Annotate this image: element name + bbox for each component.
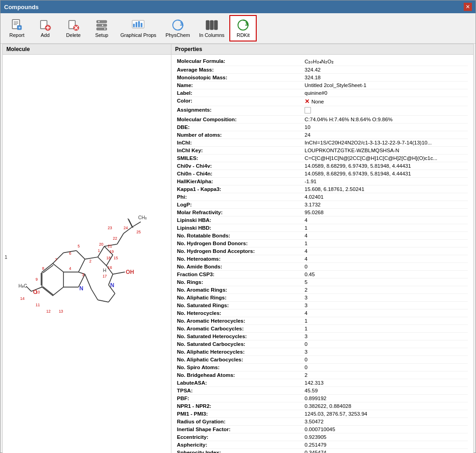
property-value: 4 — [305, 248, 468, 254]
property-row: Lipinski HBA:4 — [177, 216, 468, 224]
property-value — [305, 107, 468, 114]
property-label: No. Aromatic Carbocycles: — [177, 326, 305, 331]
report-button[interactable]: + Report — [3, 15, 31, 41]
property-row: NPR1 - NPR2:0.382622, 0.884028 — [177, 402, 468, 410]
property-label: Asphericity: — [177, 442, 305, 448]
rdkit-button[interactable]: RDKit — [229, 15, 257, 41]
property-label: No. Rotatable Bonds: — [177, 233, 305, 238]
property-value: 3.50472 — [305, 419, 468, 424]
svg-line-62 — [129, 219, 133, 228]
property-row: Molecular Composition:C:74.04% H:7.46% N… — [177, 116, 468, 124]
svg-rect-22 — [136, 22, 138, 27]
property-row: No. Hydrogen Bond Acceptors:4 — [177, 247, 468, 255]
property-label: No. Aromatic Rings: — [177, 287, 305, 293]
property-value: 324.42 — [305, 67, 468, 72]
svg-line-56 — [91, 289, 98, 300]
svg-point-19 — [104, 28, 106, 30]
property-label: Chi0n - Chi4n: — [177, 171, 305, 176]
property-value: 1245.03, 2876.57, 3253.94 — [305, 411, 468, 417]
property-label: Inertial Shape Factor: — [177, 427, 305, 432]
property-row: No. Amide Bonds:0 — [177, 263, 468, 271]
property-row: Fraction CSP3:0.45 — [177, 271, 468, 278]
property-value: 1 — [305, 326, 468, 331]
property-value: 0 — [305, 341, 468, 347]
properties-area[interactable]: Molecular Formula:C₂₀H₂₄N₂O₂Average Mass… — [171, 55, 473, 453]
property-row: No. Saturated Carbocycles:0 — [177, 340, 468, 348]
property-value: 95.0268 — [305, 210, 468, 215]
property-value: 324.18 — [305, 75, 468, 80]
svg-line-58 — [113, 272, 124, 274]
property-value: C₂₀H₂₄N₂O₂ — [305, 58, 468, 65]
property-label: No. Rings: — [177, 279, 305, 285]
svg-line-55 — [98, 300, 109, 302]
svg-rect-21 — [133, 24, 135, 27]
property-row: Molar Refractivity:95.0268 — [177, 209, 468, 216]
property-row: No. Heteroatoms:4 — [177, 255, 468, 263]
property-value: 14.0589, 8.68299, 6.97439, 5.81948, 4.44… — [305, 163, 468, 169]
property-label: No. Aliphatic Rings: — [177, 295, 305, 300]
property-value: 4 — [305, 217, 468, 223]
property-row: InChI Key:LOUPRKONTZGTKE-WZBLMQSHSA-N — [177, 147, 468, 154]
property-row: No. Hydrogen Bond Donors:1 — [177, 240, 468, 247]
add-button[interactable]: Add — [31, 15, 59, 41]
property-value: 14.0589, 8.68299, 6.97439, 5.81948, 4.44… — [305, 171, 468, 176]
property-row: TPSA:45.59 — [177, 387, 468, 395]
property-label: SMILES: — [177, 155, 305, 161]
property-value: 4 — [305, 310, 468, 316]
property-value: 3 — [305, 349, 468, 355]
graphical-props-button[interactable]: Graphical Props — [116, 15, 160, 41]
property-row: HallKierAlpha:-1.91 — [177, 178, 468, 185]
molecule-panel-header: Molecule — [3, 44, 171, 55]
property-label: HallKierAlpha: — [177, 179, 305, 184]
property-label: No. Spiro Atoms: — [177, 365, 305, 370]
svg-text:18: 18 — [106, 256, 111, 260]
molecule-structure: .bond { stroke: #333; stroke-width: 1.8;… — [12, 184, 162, 330]
graphical-props-label: Graphical Props — [120, 32, 156, 38]
property-row: Asphericity:0.251479 — [177, 441, 468, 449]
delete-icon — [67, 19, 80, 31]
svg-line-54 — [109, 293, 115, 302]
property-value: 0.251479 — [305, 442, 468, 448]
svg-line-36 — [76, 251, 85, 259]
setup-button[interactable]: Setup — [88, 15, 115, 41]
property-label: Number of atoms: — [177, 132, 305, 138]
svg-point-18 — [102, 25, 103, 26]
property-label: Name: — [177, 82, 305, 88]
svg-text:7: 7 — [55, 257, 57, 262]
property-value: quinine#0 — [305, 90, 468, 96]
delete-button[interactable]: Delete — [60, 15, 87, 41]
property-value: 4 — [305, 256, 468, 262]
property-label: LogP: — [177, 202, 305, 207]
property-row: Chi0n - Chi4n:14.0589, 8.68299, 6.97439,… — [177, 170, 468, 178]
svg-line-47 — [117, 233, 123, 244]
add-label: Add — [41, 32, 50, 38]
property-value: 2 — [305, 372, 468, 378]
property-row: SMILES:C=C[C@H]1C[N@]2CC[C@H]1C[C@H]2[C@… — [177, 154, 468, 162]
in-columns-button[interactable]: In Columns — [195, 15, 229, 41]
row-number: 1 — [5, 254, 7, 260]
property-label: InChI Key: — [177, 148, 305, 153]
property-label: No. Heteroatoms: — [177, 256, 305, 262]
svg-line-50 — [98, 257, 106, 266]
property-value: LOUPRKONTZGTKE-WZBLMQSHSA-N — [305, 148, 468, 153]
property-value: 5 — [305, 279, 468, 285]
property-label: No. Heterocycles: — [177, 310, 305, 316]
property-row: Phi:4.02401 — [177, 193, 468, 201]
svg-marker-30 — [42, 263, 63, 296]
property-row: No. Aliphatic Carbocycles:0 — [177, 356, 468, 364]
property-value: 3.1732 — [305, 202, 468, 207]
property-row: InChI:InChI=1S/C20H24N2O2/c1-3-13-12-22-… — [177, 139, 468, 147]
property-row: Molecular Formula:C₂₀H₂₄N₂O₂ — [177, 57, 468, 66]
physchem-button[interactable]: PhysChem — [161, 15, 194, 41]
property-label: No. Saturated Heterocycles: — [177, 334, 305, 339]
property-label: Monoisotopic Mass: — [177, 75, 305, 80]
property-row: No. Spiro Atoms:0 — [177, 364, 468, 371]
property-row: Chi0v - Chi4v:14.0589, 8.68299, 6.97439,… — [177, 162, 468, 170]
property-label: No. Saturated Rings: — [177, 303, 305, 308]
svg-rect-23 — [138, 21, 140, 27]
svg-text:CH₂: CH₂ — [138, 215, 147, 220]
svg-text:4: 4 — [69, 266, 71, 271]
property-value: 0 — [305, 365, 468, 370]
property-row: Kappa1 - Kappa3:15.608, 6.18761, 2.50241 — [177, 185, 468, 193]
close-button[interactable]: ✕ — [464, 3, 472, 11]
